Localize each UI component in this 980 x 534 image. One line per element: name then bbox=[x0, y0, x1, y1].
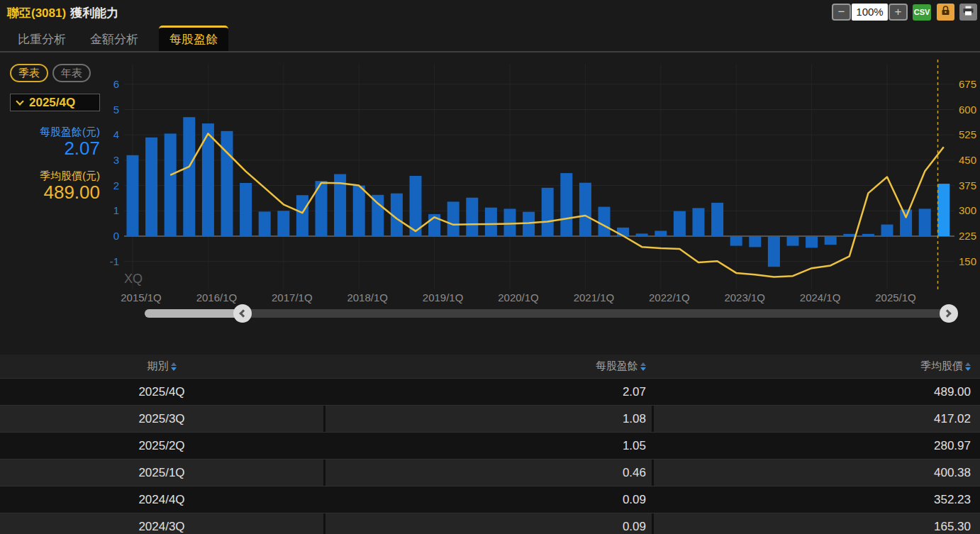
zoom-level-display: 100% bbox=[852, 4, 888, 21]
sort-header[interactable]: 每股盈餘 bbox=[596, 360, 646, 373]
svg-text:2016/1Q: 2016/1Q bbox=[196, 291, 238, 304]
eps-bar[interactable] bbox=[711, 203, 723, 236]
eps-bar[interactable] bbox=[127, 155, 139, 236]
eps-bar[interactable] bbox=[542, 188, 554, 236]
eps-bar[interactable] bbox=[768, 236, 780, 267]
eps-bar[interactable] bbox=[900, 210, 912, 237]
table-body: 2025/4Q2.07489.002025/3Q1.08417.022025/2… bbox=[0, 378, 980, 534]
table-row[interactable]: 2025/2Q1.05280.97 bbox=[0, 432, 980, 459]
svg-text:2025/1Q: 2025/1Q bbox=[875, 291, 916, 304]
eps-bar[interactable] bbox=[825, 236, 837, 245]
eps-bar[interactable] bbox=[749, 236, 761, 247]
eps-bar[interactable] bbox=[391, 194, 403, 236]
scrollbar-left-handle[interactable] bbox=[233, 304, 252, 323]
tab-0[interactable]: 比重分析 bbox=[6, 28, 78, 51]
eps-bar[interactable] bbox=[937, 184, 950, 236]
eps-bar[interactable] bbox=[372, 195, 384, 236]
eps-bar[interactable] bbox=[316, 181, 328, 236]
eps-bar[interactable] bbox=[240, 183, 252, 236]
eps-bar[interactable] bbox=[843, 234, 855, 236]
eps-bar[interactable] bbox=[655, 231, 667, 237]
watermark: XQ bbox=[124, 272, 143, 286]
svg-text:-1: -1 bbox=[110, 255, 119, 267]
price-cell: 400.38 bbox=[652, 460, 980, 486]
eps-bar[interactable] bbox=[183, 117, 195, 236]
year-table-button[interactable]: 年表 bbox=[52, 64, 91, 82]
eps-bar[interactable] bbox=[221, 131, 233, 236]
svg-text:225: 225 bbox=[959, 230, 976, 242]
eps-bar[interactable] bbox=[617, 228, 629, 236]
zoom-in-button[interactable]: + bbox=[889, 4, 908, 21]
eps-bar[interactable] bbox=[919, 208, 931, 236]
eps-bar[interactable] bbox=[674, 211, 686, 236]
price-value: 489.00 bbox=[0, 182, 100, 204]
eps-bar[interactable] bbox=[165, 133, 177, 236]
table-row[interactable]: 2025/4Q2.07489.00 bbox=[0, 378, 980, 405]
eps-bar[interactable] bbox=[560, 173, 572, 236]
svg-text:600: 600 bbox=[959, 104, 976, 116]
printer-icon bbox=[963, 6, 974, 18]
eps-bar[interactable] bbox=[598, 207, 611, 236]
eps-bar[interactable] bbox=[636, 233, 648, 236]
svg-text:2020/1Q: 2020/1Q bbox=[498, 291, 539, 304]
eps-cell: 2.07 bbox=[323, 385, 652, 399]
eps-cell: 0.09 bbox=[323, 513, 652, 534]
eps-bar[interactable] bbox=[145, 138, 157, 236]
chart-scrollbar-fill[interactable] bbox=[145, 309, 238, 318]
chevron-right-icon bbox=[943, 309, 951, 317]
eps-bar[interactable] bbox=[523, 212, 535, 236]
sort-header[interactable]: 期別 bbox=[147, 360, 177, 373]
eps-bar[interactable] bbox=[428, 214, 440, 236]
eps-bar[interactable] bbox=[334, 174, 346, 237]
period-cell: 2025/1Q bbox=[0, 466, 323, 480]
eps-bar[interactable] bbox=[881, 225, 893, 236]
tab-1[interactable]: 金額分析 bbox=[78, 28, 150, 51]
period-dropdown[interactable]: 2025/4Q bbox=[10, 94, 100, 111]
eps-bar[interactable] bbox=[504, 208, 516, 236]
column-header-2: 季均股價 bbox=[652, 360, 980, 373]
period-cell: 2024/3Q bbox=[0, 520, 323, 534]
eps-cell: 1.05 bbox=[323, 439, 652, 453]
svg-text:150: 150 bbox=[959, 255, 976, 267]
lock-button[interactable] bbox=[937, 4, 954, 21]
sort-header[interactable]: 季均股價 bbox=[920, 360, 971, 373]
svg-text:3: 3 bbox=[113, 154, 119, 166]
table-row[interactable]: 2024/3Q0.09165.30 bbox=[0, 513, 980, 534]
table-row[interactable]: 2025/3Q1.08417.02 bbox=[0, 405, 980, 432]
eps-bar[interactable] bbox=[296, 195, 308, 236]
svg-text:2: 2 bbox=[113, 179, 119, 191]
print-button[interactable] bbox=[959, 4, 977, 21]
eps-bar[interactable] bbox=[353, 186, 365, 236]
price-cell: 165.30 bbox=[652, 513, 980, 534]
eps-bar[interactable] bbox=[202, 123, 214, 236]
page-title: 聯亞(3081)獲利能力 bbox=[7, 5, 118, 21]
svg-text:2021/1Q: 2021/1Q bbox=[574, 291, 615, 304]
price-cell: 489.00 bbox=[652, 385, 980, 399]
eps-bar[interactable] bbox=[485, 208, 497, 236]
quarter-table-button[interactable]: 季表 bbox=[10, 64, 48, 82]
eps-bar[interactable] bbox=[806, 236, 818, 247]
tab-bar: 比重分析金額分析每股盈餘 bbox=[0, 26, 980, 52]
table-row[interactable]: 2025/1Q0.46400.38 bbox=[0, 459, 980, 486]
eps-bar[interactable] bbox=[466, 198, 478, 236]
eps-bar[interactable] bbox=[579, 183, 591, 236]
eps-bar[interactable] bbox=[447, 201, 460, 236]
eps-bar[interactable] bbox=[862, 234, 874, 236]
scrollbar-right-handle[interactable] bbox=[940, 304, 958, 323]
eps-bar[interactable] bbox=[693, 208, 705, 236]
eps-bar[interactable] bbox=[730, 236, 742, 246]
eps-bar[interactable] bbox=[410, 176, 422, 236]
table-row[interactable]: 2024/4Q0.09352.23 bbox=[0, 486, 980, 513]
tab-2[interactable]: 每股盈餘 bbox=[159, 26, 228, 51]
svg-text:2022/1Q: 2022/1Q bbox=[649, 291, 690, 304]
svg-text:300: 300 bbox=[959, 204, 976, 216]
svg-text:450: 450 bbox=[959, 154, 976, 166]
eps-bar[interactable] bbox=[277, 211, 289, 236]
eps-bar[interactable] bbox=[259, 211, 271, 236]
chart-scrollbar-track[interactable] bbox=[145, 309, 954, 318]
eps-cell: 0.46 bbox=[323, 460, 652, 486]
zoom-out-button[interactable]: − bbox=[832, 4, 851, 21]
price-line bbox=[170, 133, 944, 277]
eps-bar[interactable] bbox=[787, 236, 799, 246]
csv-export-button[interactable]: CSV bbox=[913, 4, 931, 21]
